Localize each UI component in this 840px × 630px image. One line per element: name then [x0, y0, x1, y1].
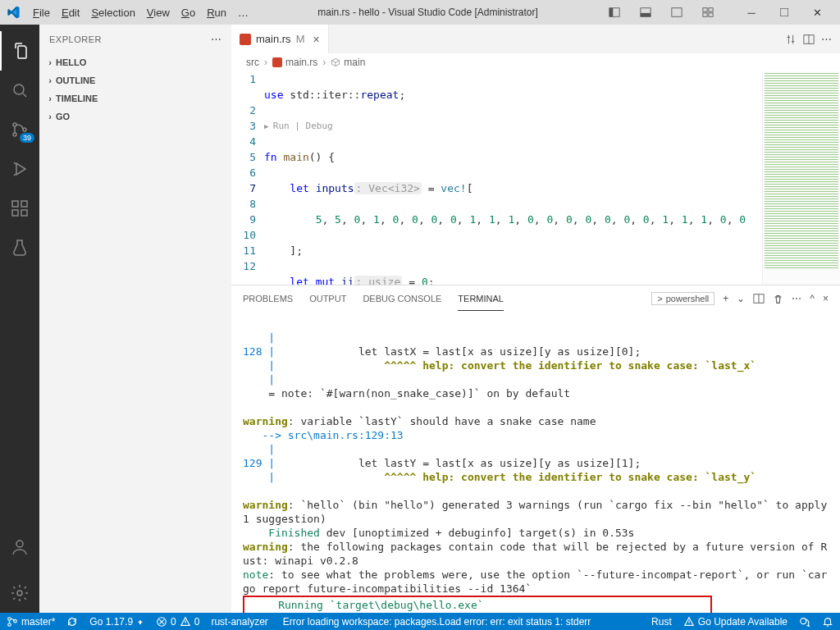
svg-rect-14: [12, 201, 18, 207]
status-sync[interactable]: [66, 616, 78, 628]
sidebar: EXPLORER ⋯ ›HELLO ›OUTLINE ›TIMELINE ›GO: [39, 25, 231, 613]
panel: PROBLEMS OUTPUT DEBUG CONSOLE TERMINAL >…: [231, 285, 840, 613]
explorer-section-hello[interactable]: ›HELLO: [39, 55, 231, 70]
menu-view[interactable]: View: [142, 3, 175, 22]
layout-right-icon[interactable]: [664, 2, 689, 22]
panel-more-icon[interactable]: ⋯: [792, 293, 801, 304]
editor-split-icon[interactable]: [803, 34, 815, 45]
layout-bottom-icon[interactable]: [633, 2, 658, 22]
layout-left-icon[interactable]: [602, 2, 627, 22]
activity-extensions[interactable]: [0, 189, 39, 228]
activity-explorer[interactable]: [0, 31, 39, 71]
status-problems[interactable]: 0 0: [156, 616, 199, 628]
menu-go[interactable]: Go: [176, 3, 200, 22]
tab-name: main.rs: [256, 33, 291, 45]
tab-close-icon[interactable]: ×: [313, 33, 319, 46]
close-button[interactable]: ✕: [801, 0, 833, 25]
terminal-shell-selector[interactable]: >powershell: [651, 292, 714, 305]
tab-modified-indicator: M: [296, 33, 305, 45]
titlebar: File Edit Selection View Go Run … main.r…: [0, 0, 840, 25]
scm-badge: 39: [20, 133, 34, 143]
layout-custom-icon[interactable]: [696, 2, 720, 22]
activity-account[interactable]: [0, 527, 39, 567]
svg-rect-6: [709, 8, 713, 11]
editor-compare-icon[interactable]: [785, 34, 797, 45]
activitybar: 39: [0, 25, 39, 613]
panel-tab-terminal[interactable]: TERMINAL: [458, 287, 504, 311]
svg-rect-16: [21, 210, 27, 216]
activity-testing[interactable]: [0, 228, 39, 267]
svg-rect-8: [709, 13, 713, 16]
rust-file-icon: [272, 57, 282, 67]
svg-point-19: [17, 591, 22, 596]
menu-edit[interactable]: Edit: [57, 3, 84, 22]
activity-search[interactable]: [0, 71, 39, 110]
activity-scm[interactable]: 39: [0, 110, 39, 149]
panel-tab-output[interactable]: OUTPUT: [309, 287, 346, 310]
svg-point-11: [13, 123, 16, 126]
maximize-button[interactable]: [768, 0, 801, 25]
svg-point-26: [801, 619, 806, 624]
sidebar-title: EXPLORER: [49, 34, 102, 44]
panel-tab-problems[interactable]: PROBLEMS: [243, 287, 293, 310]
status-branch[interactable]: master*: [7, 616, 55, 628]
panel-maximize-icon[interactable]: ^: [810, 293, 815, 304]
terminal-new-icon[interactable]: +: [723, 293, 728, 304]
menu-file[interactable]: File: [28, 3, 55, 22]
code-editor[interactable]: 1 2 3 4 5 6 7 8 9 10 11 12 use std::iter…: [231, 71, 840, 285]
svg-rect-3: [641, 13, 651, 16]
explorer-section-go[interactable]: ›GO: [39, 109, 231, 124]
status-go-update[interactable]: Go Update Available: [683, 616, 788, 628]
svg-point-10: [14, 84, 24, 94]
panel-tab-debug[interactable]: DEBUG CONSOLE: [363, 287, 441, 310]
terminal-kill-icon[interactable]: [773, 294, 783, 304]
status-go-version[interactable]: Go 1.17.9: [89, 616, 144, 628]
line-gutter: 1 2 3 4 5 6 7 8 9 10 11 12: [231, 71, 264, 285]
panel-close-icon[interactable]: ×: [823, 293, 829, 304]
svg-point-23: [8, 623, 11, 627]
status-feedback-icon[interactable]: [799, 616, 810, 628]
svg-point-22: [8, 618, 11, 621]
activity-settings[interactable]: [0, 573, 39, 613]
terminal-split-icon[interactable]: [753, 293, 765, 304]
breadcrumbs[interactable]: src› main.rs› main: [231, 53, 840, 71]
codelens-run-debug[interactable]: Run | Debug: [264, 118, 840, 134]
menu-run[interactable]: Run: [202, 3, 231, 22]
activity-debug[interactable]: [0, 149, 39, 189]
svg-rect-5: [703, 8, 707, 11]
svg-rect-9: [780, 8, 788, 16]
minimap[interactable]: [762, 71, 840, 285]
terminal-content[interactable]: | 128 | let lastX = last[x as usize][y a…: [231, 312, 840, 613]
menu-selection[interactable]: Selection: [86, 3, 139, 22]
editor-more-icon[interactable]: ⋯: [821, 33, 832, 45]
code-content[interactable]: use std::iter::repeat; Run | Debug fn ma…: [264, 71, 840, 285]
svg-rect-15: [12, 210, 18, 216]
explorer-section-outline[interactable]: ›OUTLINE: [39, 73, 231, 88]
sidebar-more-icon[interactable]: ⋯: [211, 33, 221, 45]
status-bell-icon[interactable]: [822, 616, 833, 628]
svg-point-18: [16, 541, 23, 547]
minimize-button[interactable]: ─: [735, 0, 768, 25]
terminal-dropdown-icon[interactable]: ⌄: [737, 293, 745, 304]
menubar: File Edit Selection View Go Run …: [28, 3, 253, 22]
explorer-section-timeline[interactable]: ›TIMELINE: [39, 91, 231, 106]
rust-file-icon: [240, 34, 251, 45]
svg-rect-7: [703, 13, 707, 16]
editor-area: main.rs M × ⋯ src› main.rs› main 1 2 3 4…: [231, 25, 840, 613]
window-title: main.rs - hello - Visual Studio Code [Ad…: [253, 7, 602, 18]
status-rust-analyzer[interactable]: rust-analyzer: [211, 616, 267, 628]
statusbar: master* Go 1.17.9 0 0 rust-analyzer Erro…: [0, 613, 840, 630]
svg-rect-1: [609, 8, 613, 17]
svg-rect-4: [672, 8, 682, 17]
svg-rect-17: [21, 201, 27, 207]
title-actions: ─ ✕: [602, 0, 833, 25]
status-load-error[interactable]: Error loading workspace: packages.Load e…: [280, 616, 591, 628]
status-language[interactable]: Rust: [651, 616, 672, 628]
tab-main-rs[interactable]: main.rs M ×: [231, 25, 329, 53]
vscode-logo-icon: [7, 6, 20, 19]
menu-more[interactable]: …: [233, 3, 253, 22]
editor-tabs: main.rs M × ⋯: [231, 25, 840, 53]
svg-point-12: [13, 133, 16, 136]
